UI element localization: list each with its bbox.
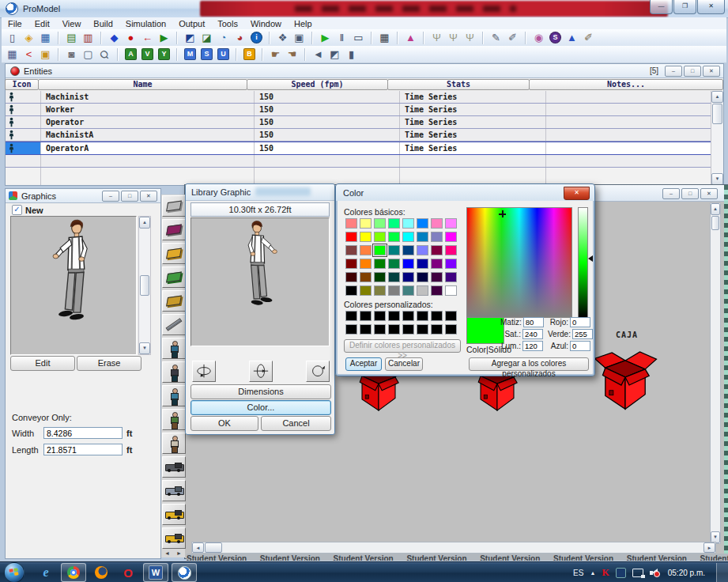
pause-simulation-icon[interactable]: ‖ bbox=[334, 31, 349, 45]
carrier-sack-graphic-button[interactable] bbox=[162, 433, 186, 454]
table-cell[interactable]: Time Series bbox=[400, 142, 546, 154]
menu-item-simulation[interactable]: Simulation bbox=[119, 19, 172, 28]
menu-item-file[interactable]: File bbox=[2, 19, 28, 28]
custom-color-swatch[interactable] bbox=[345, 324, 357, 334]
print-icon[interactable]: ▥ bbox=[81, 31, 96, 45]
graphics-close-button[interactable]: ✕ bbox=[140, 191, 157, 202]
table-cell[interactable] bbox=[255, 168, 400, 185]
bills-of-material-icon[interactable]: B bbox=[242, 47, 257, 62]
strip-scroll-arrows[interactable]: ◄► bbox=[161, 550, 185, 557]
table-row[interactable]: Worker150Time Series bbox=[6, 104, 711, 116]
scroll-thumb[interactable] bbox=[711, 216, 719, 230]
table-cell[interactable]: 150 bbox=[255, 129, 400, 141]
basic-color-swatch[interactable] bbox=[345, 285, 357, 296]
edit-button[interactable]: Edit bbox=[10, 356, 75, 371]
basic-color-swatch[interactable] bbox=[360, 218, 372, 229]
truck-graphic-button[interactable] bbox=[162, 456, 186, 478]
table-cell[interactable]: Worker bbox=[41, 104, 255, 115]
rotate-z-button[interactable] bbox=[306, 361, 330, 382]
basic-color-swatch[interactable] bbox=[360, 272, 372, 282]
custom-color-swatch[interactable] bbox=[388, 324, 400, 334]
scroll-thumb[interactable] bbox=[712, 104, 722, 124]
basic-color-swatch[interactable] bbox=[374, 218, 386, 229]
basic-color-swatch[interactable] bbox=[388, 259, 400, 269]
open-folder-icon[interactable]: ▣ bbox=[38, 47, 53, 62]
layout-vertical-scrollbar[interactable]: ▲ ▼ bbox=[710, 202, 721, 544]
add-to-custom-colors-button[interactable]: Agregar a los colores personalizados bbox=[469, 357, 589, 371]
table-cell[interactable]: Machinist bbox=[41, 91, 255, 103]
column-header-speed-fpm[interactable]: Speed (fpm) bbox=[247, 79, 388, 90]
scroll-up-button[interactable]: ▲ bbox=[139, 217, 150, 229]
simrunner-icon[interactable]: S bbox=[548, 31, 563, 45]
macros-icon[interactable]: M bbox=[183, 47, 198, 62]
run-simulation-icon[interactable]: ▶ bbox=[318, 31, 333, 45]
minimize-button[interactable]: — bbox=[650, 0, 673, 14]
cancel-button[interactable]: Cancelar bbox=[385, 357, 423, 371]
red-box-graphic-3[interactable] bbox=[592, 349, 658, 414]
entities-restore-button[interactable]: □ bbox=[684, 66, 701, 77]
library-graphic-preview[interactable] bbox=[190, 217, 330, 346]
basic-color-swatch[interactable] bbox=[345, 218, 357, 229]
table-cell[interactable]: 150 bbox=[255, 91, 400, 103]
basic-color-swatch[interactable] bbox=[374, 285, 386, 296]
scroll-down-button[interactable]: ▼ bbox=[139, 342, 150, 354]
rgb-input-verde[interactable] bbox=[572, 329, 593, 339]
basic-color-swatch[interactable] bbox=[431, 218, 443, 229]
scroll-up-button[interactable]: ▲ bbox=[711, 91, 723, 103]
length-input[interactable] bbox=[43, 444, 123, 455]
basic-color-swatch[interactable] bbox=[417, 285, 428, 296]
basic-color-swatch[interactable] bbox=[431, 285, 443, 296]
network-tray-icon[interactable] bbox=[632, 569, 643, 577]
basic-color-swatch[interactable] bbox=[374, 232, 386, 242]
basic-color-swatch[interactable] bbox=[374, 245, 386, 255]
table-cell[interactable]: 150 bbox=[255, 116, 400, 128]
basic-color-swatch[interactable] bbox=[360, 285, 372, 296]
entities-icon[interactable]: ● bbox=[123, 31, 138, 45]
shift-assignments-icon[interactable]: ◕ bbox=[232, 31, 247, 45]
scroll-down-button[interactable]: ▼ bbox=[711, 173, 723, 185]
hue-saturation-field[interactable] bbox=[466, 207, 572, 318]
pallet-graphic-button[interactable] bbox=[162, 290, 186, 312]
output-viewer-icon[interactable]: ▦ bbox=[377, 31, 392, 45]
basic-color-swatch[interactable] bbox=[374, 272, 386, 282]
basic-color-swatch[interactable] bbox=[360, 245, 372, 255]
basic-color-swatch[interactable] bbox=[360, 232, 372, 242]
define-custom-colors-button[interactable]: Definir colores personalizados >> bbox=[344, 339, 461, 353]
table-cell[interactable] bbox=[546, 116, 711, 128]
forklift-graphic-button[interactable] bbox=[162, 527, 186, 549]
basic-color-swatch[interactable] bbox=[445, 232, 457, 242]
table-cell[interactable] bbox=[41, 155, 255, 167]
menu-item-view[interactable]: View bbox=[56, 19, 88, 28]
color-button[interactable]: Color... bbox=[190, 400, 331, 415]
crate-graphic-button[interactable] bbox=[162, 243, 186, 264]
accept-button[interactable]: Aceptar bbox=[345, 357, 382, 371]
graphics-minimize-button[interactable]: – bbox=[102, 191, 119, 202]
shifts-icon[interactable]: ◔ bbox=[216, 31, 231, 45]
save-model-icon[interactable]: ▦ bbox=[38, 31, 53, 45]
hsl-input-lum[interactable] bbox=[522, 341, 543, 351]
rod-graphic-button[interactable] bbox=[162, 314, 186, 335]
luminosity-slider[interactable] bbox=[578, 207, 588, 318]
basic-color-swatch[interactable] bbox=[388, 285, 400, 296]
layout-close-button[interactable]: ✕ bbox=[700, 188, 718, 199]
reset-window-icon[interactable]: ◄ bbox=[311, 47, 326, 62]
custom-color-swatch[interactable] bbox=[417, 311, 428, 321]
menu-item-build[interactable]: Build bbox=[87, 19, 119, 28]
word-icon[interactable]: W bbox=[143, 563, 168, 582]
titlebar[interactable]: ProModel — ❐ ✕ bbox=[0, 0, 728, 18]
model-info-icon[interactable]: i bbox=[249, 31, 264, 45]
basic-color-swatch[interactable] bbox=[388, 218, 400, 229]
basic-color-swatch[interactable] bbox=[417, 232, 428, 242]
tile-windows-icon[interactable]: ◩ bbox=[327, 47, 342, 62]
table-cell[interactable]: Time Series bbox=[400, 129, 546, 141]
basic-color-swatch[interactable] bbox=[431, 272, 443, 282]
new-checkbox[interactable]: ✓ bbox=[12, 205, 22, 215]
custom-color-swatch[interactable] bbox=[402, 324, 414, 334]
hue-saturation-marker[interactable] bbox=[499, 210, 506, 217]
zoom-icon[interactable]: Ϙ bbox=[97, 47, 112, 62]
graphics-restore-button[interactable]: □ bbox=[121, 191, 138, 202]
pointer-tool-icon[interactable]: Ψ bbox=[429, 31, 444, 45]
column-header-name[interactable]: Name bbox=[38, 79, 247, 90]
table-cell[interactable] bbox=[6, 155, 41, 167]
custom-color-swatch[interactable] bbox=[417, 324, 428, 334]
